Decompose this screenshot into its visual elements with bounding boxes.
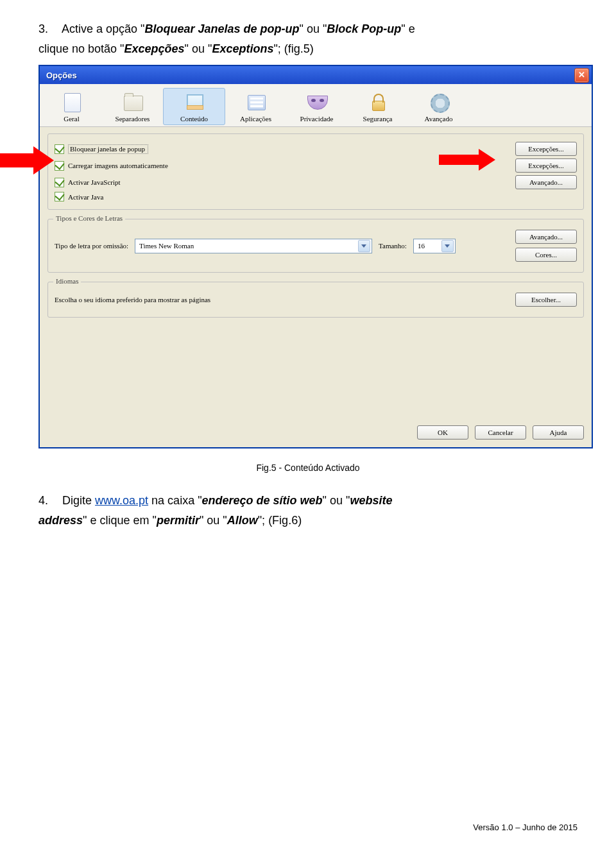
instruction-step-3: 3. Active a opção "Bloquear Janelas de p… [38, 19, 578, 58]
ok-button[interactable]: OK [417, 425, 468, 440]
checkbox-label: Carregar imagens automaticamente [68, 162, 168, 169]
category-toolbar: Geral Separadores Conteúdo Aplicações Pr… [40, 84, 592, 127]
fonts-advanced-button[interactable]: Avançado... [515, 230, 577, 244]
callout-arrow-left [0, 145, 58, 177]
checkbox-block-popups[interactable]: Bloquear janelas de popup [55, 144, 148, 154]
tab-advanced[interactable]: Avançado [408, 88, 469, 125]
cancel-button[interactable]: Cancelar [475, 425, 526, 440]
callout-arrow-right [439, 149, 503, 172]
tab-security[interactable]: Segurança [347, 88, 408, 125]
close-icon[interactable]: ✕ [574, 68, 589, 83]
languages-description: Escolha o seu idioma preferido para most… [55, 296, 210, 303]
checkbox-load-images[interactable]: Carregar imagens automaticamente [55, 161, 168, 171]
languages-group: Idiomas Escolha o seu idioma preferido p… [47, 282, 584, 318]
figure-caption: Fig.5 - Conteúdo Activado [38, 463, 578, 473]
window-title: Opções [42, 71, 77, 80]
checkbox-icon [55, 192, 64, 201]
font-size-label: Tamanho: [379, 242, 407, 250]
default-font-label: Tipo de letra por omissão: [55, 242, 128, 250]
checkbox-label: Activar Java [68, 193, 103, 201]
checkbox-label: Activar JavaScript [68, 178, 121, 186]
fonts-colors-group: Tipos e Cores de Letras Tipo de letra po… [47, 219, 584, 273]
checkbox-label: Bloquear janelas de popup [68, 144, 148, 154]
page-footer: Versão 1.0 – Junho de 2015 [473, 823, 578, 832]
help-button[interactable]: Ajuda [533, 425, 584, 440]
checkbox-enable-java[interactable]: Activar Java [55, 192, 103, 201]
titlebar: Opções ✕ [40, 66, 592, 84]
checkbox-icon [55, 178, 64, 187]
checkbox-enable-js[interactable]: Activar JavaScript [55, 178, 121, 187]
options-dialog: Opções ✕ Geral Separadores Conteúdo Apli… [38, 65, 593, 448]
tab-privacy[interactable]: Privacidade [286, 88, 347, 125]
chevron-down-icon [441, 240, 454, 252]
dialog-button-row: OK Cancelar Ajuda [40, 416, 592, 447]
fieldset-legend: Idiomas [53, 277, 81, 285]
tab-applications[interactable]: Aplicações [225, 88, 286, 125]
exceptions-button-2[interactable]: Excepções... [515, 158, 577, 173]
font-size-select[interactable]: 16 [413, 239, 456, 253]
url-link[interactable]: www.oa.pt [95, 494, 148, 507]
choose-language-button[interactable]: Escolher... [515, 293, 577, 307]
instruction-step-4: 4. Digite www.oa.pt na caixa "endereço d… [38, 491, 578, 530]
advanced-js-button[interactable]: Avançado... [515, 175, 577, 189]
colors-button[interactable]: Cores... [515, 248, 577, 262]
step-number: 3. [38, 19, 59, 39]
step-number: 4. [38, 491, 59, 511]
tab-content[interactable]: Conteúdo [163, 88, 225, 125]
tab-tabs[interactable]: Separadores [102, 88, 163, 125]
tab-general[interactable]: Geral [41, 88, 102, 125]
fieldset-legend: Tipos e Cores de Letras [53, 214, 125, 222]
chevron-down-icon [358, 240, 370, 252]
exceptions-button-1[interactable]: Excepções... [515, 142, 577, 156]
default-font-select[interactable]: Times New Roman [135, 239, 372, 253]
